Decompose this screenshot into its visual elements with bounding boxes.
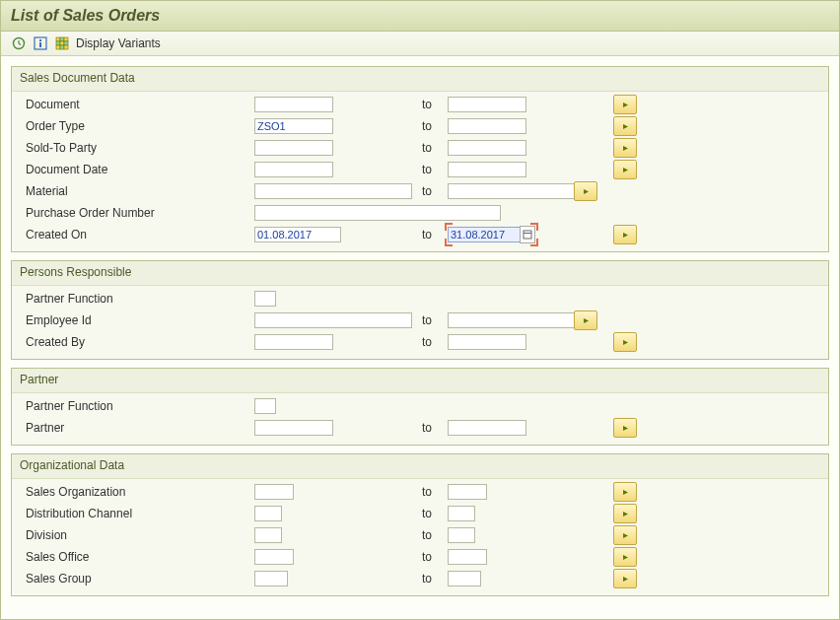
- partner-from-input[interactable]: [254, 420, 333, 436]
- sales-office-to-input[interactable]: [448, 549, 487, 565]
- division-to-input[interactable]: [448, 527, 475, 543]
- created-by-to-input[interactable]: [448, 334, 526, 350]
- multiple-selection-button[interactable]: ▸: [613, 569, 637, 588]
- group-sales-document-data: Sales Document Data Document to ▸ Order …: [11, 66, 829, 252]
- multiple-selection-button[interactable]: ▸: [613, 482, 637, 502]
- sales-group-to-input[interactable]: [448, 571, 481, 586]
- info-icon[interactable]: [33, 35, 48, 51]
- label-created-on: Created On: [12, 228, 254, 241]
- sales-office-from-input[interactable]: [254, 549, 294, 565]
- to-label: to: [422, 98, 448, 111]
- label-partner-function: Partner Function: [12, 399, 254, 413]
- arrow-right-icon: ▸: [584, 186, 589, 196]
- svg-rect-10: [60, 41, 64, 45]
- group-organizational-data: Organizational Data Sales Organization t…: [11, 453, 829, 596]
- label-doc-date: Document Date: [12, 163, 254, 176]
- arrow-right-icon: ▸: [623, 230, 628, 240]
- group-persons-responsible: Persons Responsible Partner Function Emp…: [11, 260, 829, 360]
- multiple-selection-button[interactable]: ▸: [613, 116, 637, 136]
- created-on-from-input[interactable]: [254, 227, 341, 242]
- order-type-from-input[interactable]: [254, 118, 333, 134]
- multiple-selection-button[interactable]: ▸: [613, 160, 637, 179]
- partner-function-input[interactable]: [254, 398, 276, 414]
- employee-id-from-input[interactable]: [254, 312, 412, 328]
- svg-rect-14: [64, 45, 68, 49]
- svg-rect-9: [56, 41, 60, 45]
- employee-id-to-input[interactable]: [448, 312, 586, 328]
- label-division: Division: [12, 528, 254, 542]
- label-order-type: Order Type: [12, 119, 254, 133]
- document-to-input[interactable]: [448, 97, 526, 112]
- toolbar: Display Variants: [1, 32, 839, 56]
- display-variants-icon[interactable]: [54, 35, 70, 51]
- multiple-selection-button[interactable]: ▸: [613, 332, 637, 352]
- arrow-right-icon: ▸: [623, 509, 628, 518]
- sold-to-from-input[interactable]: [254, 140, 333, 156]
- title-bar: List of Sales Orders: [1, 1, 839, 32]
- to-label: to: [422, 528, 448, 542]
- created-by-from-input[interactable]: [254, 334, 333, 350]
- arrow-right-icon: ▸: [623, 487, 628, 497]
- material-from-input[interactable]: [254, 183, 412, 199]
- svg-rect-4: [39, 39, 41, 41]
- multiple-selection-button[interactable]: ▸: [613, 418, 637, 438]
- group-title: Persons Responsible: [12, 261, 828, 285]
- arrow-right-icon: ▸: [623, 552, 628, 562]
- sold-to-to-input[interactable]: [448, 140, 526, 156]
- arrow-right-icon: ▸: [623, 423, 628, 433]
- material-to-input[interactable]: [448, 183, 586, 199]
- arrow-right-icon: ▸: [623, 530, 628, 540]
- label-dist-channel: Distribution Channel: [12, 507, 254, 520]
- label-material: Material: [12, 184, 254, 198]
- page-title: List of Sales Orders: [11, 7, 829, 25]
- label-po-number: Purchase Order Number: [12, 206, 254, 220]
- document-from-input[interactable]: [254, 97, 333, 112]
- to-label: to: [422, 572, 448, 586]
- arrow-right-icon: ▸: [584, 315, 589, 325]
- to-label: to: [422, 141, 448, 155]
- division-from-input[interactable]: [254, 527, 282, 543]
- multiple-selection-button[interactable]: ▸: [574, 310, 597, 330]
- po-number-input[interactable]: [254, 205, 501, 221]
- sales-org-to-input[interactable]: [448, 484, 487, 500]
- arrow-right-icon: ▸: [623, 143, 628, 153]
- to-label: to: [422, 485, 448, 499]
- sales-group-from-input[interactable]: [254, 571, 288, 586]
- to-label: to: [422, 421, 448, 435]
- label-document: Document: [12, 98, 254, 111]
- order-type-to-input[interactable]: [448, 118, 526, 134]
- created-on-to-input[interactable]: [448, 227, 521, 242]
- created-on-to-wrapper: [448, 226, 535, 243]
- to-label: to: [422, 184, 448, 198]
- multiple-selection-button[interactable]: ▸: [613, 138, 637, 158]
- dist-channel-from-input[interactable]: [254, 506, 282, 521]
- multiple-selection-button[interactable]: ▸: [613, 525, 637, 545]
- label-sales-office: Sales Office: [12, 550, 254, 564]
- multiple-selection-button[interactable]: ▸: [613, 504, 637, 523]
- display-variants-label[interactable]: Display Variants: [76, 36, 161, 50]
- multiple-selection-button[interactable]: ▸: [574, 181, 597, 201]
- doc-date-from-input[interactable]: [254, 162, 333, 177]
- svg-rect-15: [524, 231, 531, 239]
- to-label: to: [422, 507, 448, 520]
- svg-rect-8: [64, 37, 68, 41]
- multiple-selection-button[interactable]: ▸: [613, 95, 637, 114]
- partner-to-input[interactable]: [448, 420, 526, 436]
- doc-date-to-input[interactable]: [448, 162, 526, 177]
- group-title: Partner: [12, 369, 828, 392]
- arrow-right-icon: ▸: [623, 165, 628, 174]
- partner-function-input[interactable]: [254, 291, 276, 307]
- to-label: to: [422, 335, 448, 349]
- label-sales-group: Sales Group: [12, 572, 254, 586]
- execute-icon[interactable]: [11, 35, 27, 51]
- svg-rect-12: [56, 45, 60, 49]
- svg-line-2: [19, 43, 21, 45]
- dist-channel-to-input[interactable]: [448, 506, 475, 521]
- sales-org-from-input[interactable]: [254, 484, 294, 500]
- to-label: to: [422, 163, 448, 176]
- multiple-selection-button[interactable]: ▸: [613, 547, 637, 567]
- multiple-selection-button[interactable]: ▸: [613, 225, 637, 244]
- to-label: to: [422, 313, 448, 327]
- to-label: to: [422, 119, 448, 133]
- group-title: Sales Document Data: [12, 67, 828, 91]
